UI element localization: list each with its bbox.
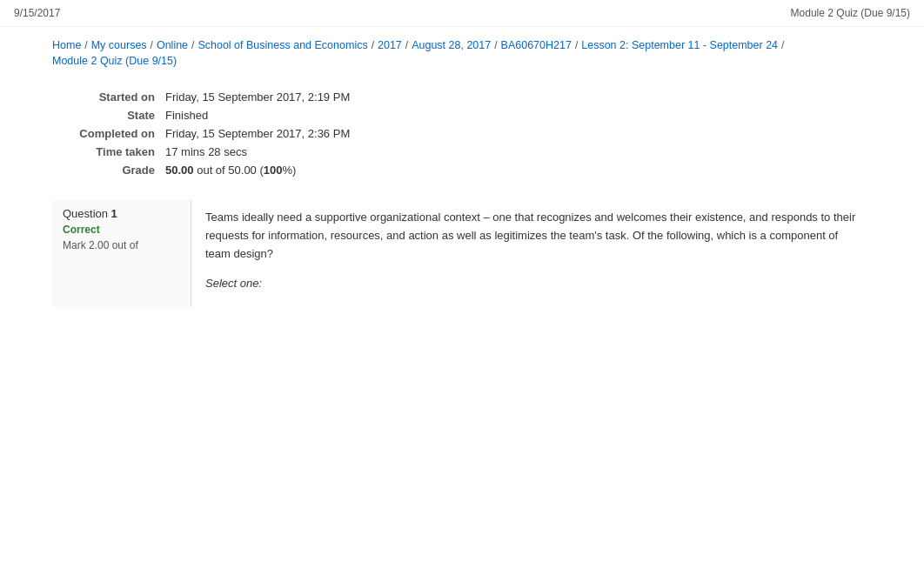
grade-score: 50.00 <box>165 164 194 177</box>
question-left-panel: Question 1 Correct Mark 2.00 out of <box>52 200 191 307</box>
summary-row-started: Started on Friday, 15 September 2017, 2:… <box>52 88 357 106</box>
breadcrumb-module-quiz[interactable]: Module 2 Quiz (Due 9/15) <box>52 55 177 67</box>
time-taken-label: Time taken <box>52 143 165 161</box>
top-bar: 9/15/2017 Module 2 Quiz (Due 9/15) <box>0 0 924 27</box>
summary-row-grade: Grade 50.00 out of 50.00 (100%) <box>52 161 357 179</box>
top-bar-date: 9/15/2017 <box>14 7 60 19</box>
completed-on-label: Completed on <box>52 124 165 143</box>
breadcrumb-date[interactable]: August 28, 2017 <box>412 39 491 51</box>
breadcrumb-my-courses[interactable]: My courses <box>91 39 147 51</box>
breadcrumb-sep-6: / <box>494 39 497 51</box>
started-on-label: Started on <box>52 88 165 106</box>
grade-value: 50.00 out of 50.00 (100%) <box>165 161 357 179</box>
breadcrumb-sep-7: / <box>575 39 578 51</box>
breadcrumb-online[interactable]: Online <box>157 39 188 51</box>
grade-out-of: out of 50.00 ( <box>197 164 264 177</box>
top-bar-module: Module 2 Quiz (Due 9/15) <box>791 7 910 19</box>
breadcrumb-sep-5: / <box>405 39 408 51</box>
question-label-wrapper: Question 1 <box>63 207 180 220</box>
started-on-value: Friday, 15 September 2017, 2:19 PM <box>165 88 357 106</box>
summary-row-completed: Completed on Friday, 15 September 2017, … <box>52 124 357 143</box>
grade-percent-close: %) <box>283 164 297 177</box>
question-block: Question 1 Correct Mark 2.00 out of Team… <box>52 200 872 307</box>
summary-row-state: State Finished <box>52 106 357 124</box>
summary-table: Started on Friday, 15 September 2017, 2:… <box>52 88 357 179</box>
select-one-label: Select one: <box>205 277 858 290</box>
question-number: 1 <box>110 207 117 220</box>
breadcrumb-home[interactable]: Home <box>52 39 81 51</box>
breadcrumb: Home / My courses / Online / School of B… <box>0 27 924 79</box>
state-value: Finished <box>165 106 357 124</box>
breadcrumb-lesson[interactable]: Lesson 2: September 11 - September 24 <box>581 39 778 51</box>
grade-label: Grade <box>52 161 165 179</box>
correct-badge: Correct <box>63 224 100 236</box>
breadcrumb-sep-8: / <box>781 39 784 51</box>
breadcrumb-course-id[interactable]: BA60670H217 <box>501 39 572 51</box>
completed-on-value: Friday, 15 September 2017, 2:36 PM <box>165 124 357 143</box>
breadcrumb-year[interactable]: 2017 <box>378 39 402 51</box>
question-text: Teams ideally need a supportive organiza… <box>205 209 858 263</box>
state-label: State <box>52 106 165 124</box>
breadcrumb-sep-1: / <box>84 39 87 51</box>
time-taken-value: 17 mins 28 secs <box>165 143 357 161</box>
grade-bold-percent: 100 <box>264 164 283 177</box>
mark-info: Mark 2.00 out of <box>63 239 138 251</box>
breadcrumb-sep-4: / <box>372 39 374 51</box>
breadcrumb-sep-2: / <box>151 39 153 51</box>
breadcrumb-school[interactable]: School of Business and Economics <box>198 39 367 51</box>
question-right-panel: Teams ideally need a supportive organiza… <box>191 200 872 307</box>
breadcrumb-sep-3: / <box>191 39 194 51</box>
main-content: Started on Friday, 15 September 2017, 2:… <box>0 79 924 333</box>
summary-row-time: Time taken 17 mins 28 secs <box>52 143 357 161</box>
question-label: Question <box>63 207 108 220</box>
